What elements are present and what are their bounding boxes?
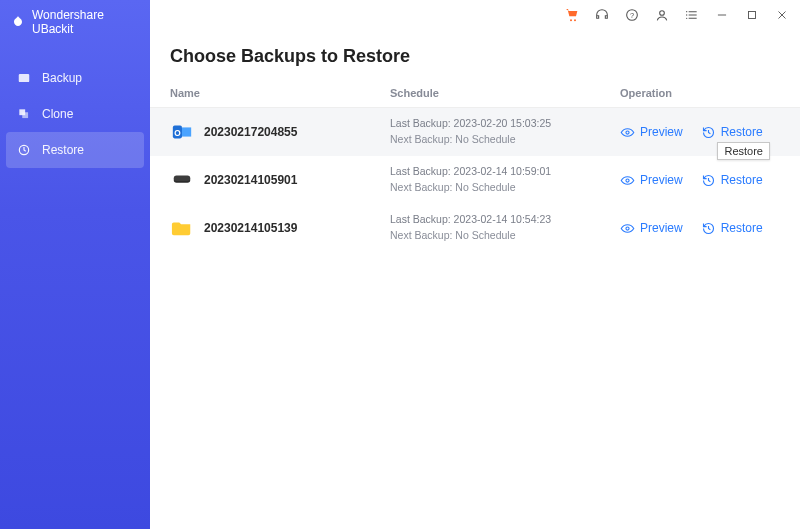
- headset-icon[interactable]: [594, 7, 610, 23]
- sidebar-item-label: Clone: [42, 107, 73, 121]
- eye-icon: [620, 221, 635, 236]
- restore-button[interactable]: Restore: [701, 125, 763, 140]
- menu-icon[interactable]: [684, 7, 700, 23]
- next-backup-text: Next Backup: No Schedule: [390, 180, 620, 196]
- sidebar-item-backup[interactable]: Backup: [0, 60, 150, 96]
- svg-point-6: [660, 11, 665, 16]
- maximize-icon[interactable]: [744, 7, 760, 23]
- backup-name: 20230214105901: [204, 173, 297, 187]
- restore-label: Restore: [721, 173, 763, 187]
- history-icon: [701, 173, 716, 188]
- app-logo-icon: [10, 14, 26, 30]
- svg-rect-10: [749, 12, 756, 19]
- eye-icon: [620, 125, 635, 140]
- page-title: Choose Backups to Restore: [150, 30, 800, 87]
- restore-label: Restore: [721, 221, 763, 235]
- restore-label: Restore: [721, 125, 763, 139]
- restore-button[interactable]: Restore: [701, 221, 763, 236]
- disk-icon: [170, 168, 194, 192]
- preview-label: Preview: [640, 173, 683, 187]
- column-header-operation: Operation: [620, 87, 780, 99]
- table-row[interactable]: 20230214105139 Last Backup: 2023-02-14 1…: [150, 204, 800, 252]
- schedule-cell: Last Backup: 2023-02-14 10:54:23 Next Ba…: [390, 212, 620, 244]
- svg-point-9: [686, 18, 687, 19]
- outlook-icon: O: [170, 120, 194, 144]
- last-backup-text: Last Backup: 2023-02-14 10:59:01: [390, 164, 620, 180]
- history-icon: [701, 125, 716, 140]
- svg-point-17: [626, 178, 629, 181]
- folder-icon: [170, 216, 194, 240]
- svg-rect-13: [182, 127, 191, 136]
- history-icon: [701, 221, 716, 236]
- svg-text:?: ?: [630, 11, 634, 20]
- sidebar-nav: Backup Clone Restore: [0, 60, 150, 168]
- cart-icon[interactable]: [564, 7, 580, 23]
- clone-icon: [16, 106, 32, 122]
- svg-point-14: [626, 130, 629, 133]
- backup-icon: [16, 70, 32, 86]
- help-icon[interactable]: ?: [624, 7, 640, 23]
- sidebar-item-clone[interactable]: Clone: [0, 96, 150, 132]
- preview-label: Preview: [640, 221, 683, 235]
- backup-name: 20230217204855: [204, 125, 297, 139]
- backup-name: 20230214105139: [204, 221, 297, 235]
- last-backup-text: Last Backup: 2023-02-14 10:54:23: [390, 212, 620, 228]
- restore-button[interactable]: Restore: [701, 173, 763, 188]
- column-header-name: Name: [170, 87, 390, 99]
- close-icon[interactable]: [774, 7, 790, 23]
- sidebar-item-label: Restore: [42, 143, 84, 157]
- column-header-schedule: Schedule: [390, 87, 620, 99]
- sidebar-item-restore[interactable]: Restore: [6, 132, 144, 168]
- schedule-cell: Last Backup: 2023-02-20 15:03:25 Next Ba…: [390, 116, 620, 148]
- last-backup-text: Last Backup: 2023-02-20 15:03:25: [390, 116, 620, 132]
- svg-text:O: O: [174, 129, 181, 138]
- app-brand: Wondershare UBackit: [0, 0, 150, 50]
- backup-list: O 20230217204855 Last Backup: 2023-02-20…: [150, 108, 800, 252]
- user-icon[interactable]: [654, 7, 670, 23]
- preview-button[interactable]: Preview: [620, 173, 683, 188]
- eye-icon: [620, 173, 635, 188]
- svg-rect-2: [22, 112, 28, 118]
- svg-rect-0: [19, 74, 30, 82]
- column-headers: Name Schedule Operation: [150, 87, 800, 108]
- minimize-icon[interactable]: [714, 7, 730, 23]
- preview-button[interactable]: Preview: [620, 125, 683, 140]
- table-row[interactable]: O 20230217204855 Last Backup: 2023-02-20…: [150, 108, 800, 156]
- preview-button[interactable]: Preview: [620, 221, 683, 236]
- sidebar-item-label: Backup: [42, 71, 82, 85]
- restore-icon: [16, 142, 32, 158]
- svg-point-7: [686, 11, 687, 12]
- svg-point-8: [686, 14, 687, 15]
- sidebar: Wondershare UBackit Backup Clone Restore: [0, 0, 150, 529]
- next-backup-text: Next Backup: No Schedule: [390, 132, 620, 148]
- schedule-cell: Last Backup: 2023-02-14 10:59:01 Next Ba…: [390, 164, 620, 196]
- preview-label: Preview: [640, 125, 683, 139]
- svg-rect-16: [174, 175, 191, 181]
- table-row[interactable]: 20230214105901 Last Backup: 2023-02-14 1…: [150, 156, 800, 204]
- app-title: Wondershare UBackit: [32, 8, 140, 36]
- main-panel: ? Choose Backups to Restore Name Schedul…: [150, 0, 800, 529]
- titlebar: ?: [150, 0, 800, 30]
- svg-point-18: [626, 226, 629, 229]
- next-backup-text: Next Backup: No Schedule: [390, 228, 620, 244]
